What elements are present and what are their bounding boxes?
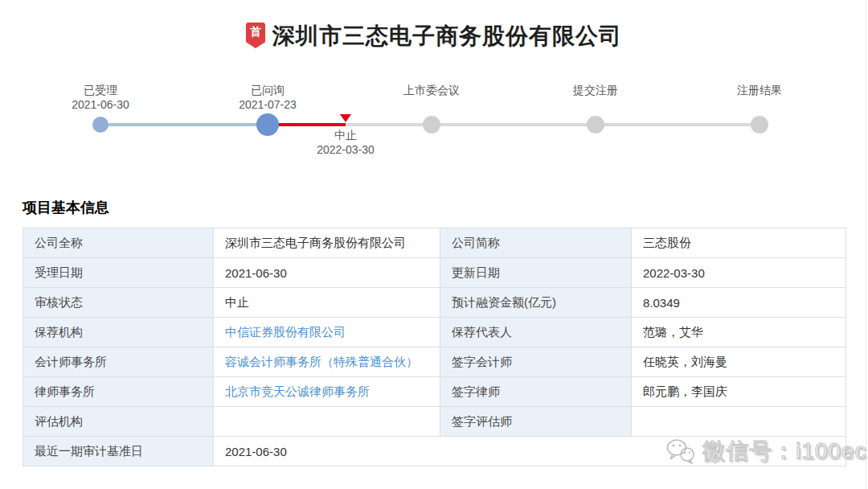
timeline-segment-pending	[346, 123, 432, 126]
timeline-segment-done	[100, 123, 268, 126]
accounting-firm-link[interactable]: 容诚会计师事务所（特殊普通合伙）	[225, 355, 418, 368]
timeline-step-submit-registration: 提交注册	[523, 83, 668, 97]
row-label: 保荐代表人	[440, 318, 632, 347]
row-label: 审核状态	[23, 288, 214, 318]
timeline-step-accepted: 已受理 2021-06-30	[28, 83, 173, 112]
step-label: 上市委会议	[359, 83, 504, 97]
step-date: 2021-06-30	[28, 97, 173, 112]
interrupt-arrow-icon	[340, 114, 351, 122]
interrupt-date: 2022-03-30	[281, 142, 410, 157]
row-label: 签字会计师	[440, 347, 632, 377]
timeline-step-inquired: 已问询 2021-07-23	[195, 83, 340, 112]
timeline-dot-accepted	[92, 117, 108, 133]
row-value: 中止	[214, 288, 440, 318]
interrupt-marker: 中止 2022-03-30	[281, 128, 410, 157]
interrupt-label: 中止	[281, 128, 410, 142]
row-label: 预计融资金额(亿元)	[440, 288, 632, 318]
wechat-id-text: 微信号：i100ec	[702, 436, 867, 466]
row-value: 范璐，艾华	[632, 318, 846, 347]
page-edge-divider	[866, 0, 866, 489]
table-row: 保荐机构 中信证券股份有限公司 保荐代表人 范璐，艾华	[23, 318, 846, 347]
timeline-step-registration-result: 注册结果	[687, 83, 832, 97]
row-label: 公司全称	[23, 228, 214, 258]
timeline-segment-pending	[596, 123, 760, 126]
law-firm-link[interactable]: 北京市竞天公诚律师事务所	[225, 384, 370, 398]
page-header: 首 深圳市三态电子商务股份有限公司	[0, 21, 868, 51]
row-value: 容诚会计师事务所（特殊普通合伙）	[214, 347, 440, 377]
table-row: 审核状态 中止 预计融资金额(亿元) 8.0349	[23, 288, 846, 318]
row-label: 律师事务所	[23, 377, 214, 407]
row-value: 北京市竞天公诚律师事务所	[214, 377, 440, 407]
first-badge-icon: 首	[246, 23, 265, 48]
row-value	[214, 407, 440, 437]
row-value: 三态股份	[632, 228, 846, 258]
row-value: 2022-03-30	[632, 258, 846, 288]
timeline-dot-submit-registration	[587, 116, 604, 134]
page-title: 深圳市三态电子商务股份有限公司	[272, 21, 622, 51]
row-value: 8.0349	[632, 288, 846, 318]
row-value: 深圳市三态电子商务股份有限公司	[214, 228, 440, 258]
table-row: 受理日期 2021-06-30 更新日期 2022-03-30	[23, 258, 846, 288]
sponsor-link[interactable]: 中信证券股份有限公司	[225, 325, 346, 339]
table-row: 会计师事务所 容诚会计师事务所（特殊普通合伙） 签字会计师 任晓英，刘海曼	[23, 347, 846, 377]
row-label: 评估机构	[23, 407, 214, 437]
step-label: 已问询	[195, 83, 340, 97]
step-label: 注册结果	[687, 83, 832, 97]
wechat-watermark: 微信号：i100ec	[665, 436, 867, 466]
row-value: 2021-06-30	[214, 258, 440, 288]
timeline-dot-listing-committee	[423, 116, 440, 134]
step-label: 提交注册	[523, 83, 668, 97]
first-badge-label: 首	[250, 23, 261, 40]
timeline-step-listing-committee: 上市委会议	[359, 83, 504, 97]
row-value	[632, 407, 846, 437]
row-label: 签字评估师	[440, 407, 632, 437]
row-label: 会计师事务所	[23, 347, 214, 377]
row-label: 签字律师	[440, 377, 632, 407]
row-value: 中信证券股份有限公司	[214, 318, 440, 347]
row-label: 保荐机构	[23, 318, 214, 347]
row-label: 更新日期	[440, 258, 632, 288]
table-row: 律师事务所 北京市竞天公诚律师事务所 签字律师 郎元鹏，李国庆	[23, 377, 846, 407]
step-label: 已受理	[28, 83, 173, 97]
wechat-icon	[665, 438, 696, 465]
row-label: 最近一期审计基准日	[23, 437, 214, 466]
project-basic-info-table: 公司全称 深圳市三态电子商务股份有限公司 公司简称 三态股份 受理日期 2021…	[23, 228, 846, 466]
row-label: 公司简称	[440, 228, 632, 258]
row-value: 郎元鹏，李国庆	[632, 377, 846, 407]
step-date: 2021-07-23	[195, 97, 340, 112]
timeline-dot-inquired	[256, 113, 279, 136]
section-title: 项目基本信息	[23, 198, 109, 217]
row-label: 受理日期	[23, 258, 214, 288]
timeline-dot-registration-result	[751, 116, 768, 134]
table-row: 评估机构 签字评估师	[23, 407, 846, 437]
timeline-segment-interrupted	[268, 123, 346, 126]
row-value: 任晓英，刘海曼	[632, 347, 846, 377]
ipo-progress-timeline: 已受理 2021-06-30 已问询 2021-07-23 上市委会议 提交注册…	[0, 76, 868, 165]
table-row: 公司全称 深圳市三态电子商务股份有限公司 公司简称 三态股份	[23, 228, 846, 258]
timeline-segment-pending	[432, 123, 596, 126]
